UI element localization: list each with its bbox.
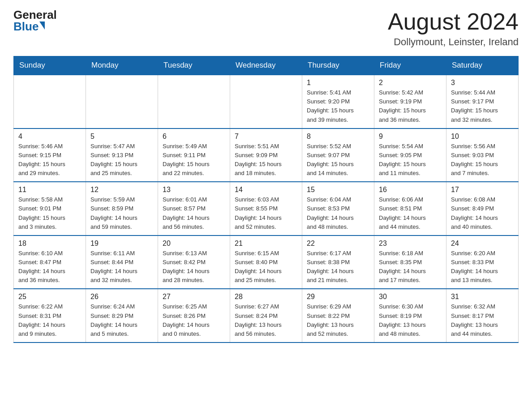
- day-number: 24: [451, 240, 514, 248]
- calendar-cell: 30Sunrise: 6:30 AM Sunset: 8:19 PM Dayli…: [374, 289, 446, 342]
- month-title: August 2024: [388, 9, 519, 34]
- calendar-cell: 5Sunrise: 5:47 AM Sunset: 9:13 PM Daylig…: [86, 128, 158, 182]
- calendar-cell: 8Sunrise: 5:52 AM Sunset: 9:07 PM Daylig…: [302, 128, 374, 182]
- calendar-week-row: 18Sunrise: 6:10 AM Sunset: 8:47 PM Dayli…: [14, 235, 519, 289]
- calendar-header-sunday: Sunday: [14, 56, 86, 75]
- calendar-week-row: 4Sunrise: 5:46 AM Sunset: 9:15 PM Daylig…: [14, 128, 519, 182]
- day-info: Sunrise: 5:49 AM Sunset: 9:11 PM Dayligh…: [163, 142, 225, 178]
- day-info: Sunrise: 6:25 AM Sunset: 8:26 PM Dayligh…: [163, 302, 225, 338]
- calendar-cell: 21Sunrise: 6:15 AM Sunset: 8:40 PM Dayli…: [230, 235, 302, 289]
- calendar-cell: [158, 75, 230, 128]
- day-number: 22: [307, 240, 369, 248]
- day-info: Sunrise: 6:17 AM Sunset: 8:38 PM Dayligh…: [307, 249, 369, 285]
- logo-triangle-icon: [39, 21, 45, 30]
- calendar-cell: 19Sunrise: 6:11 AM Sunset: 8:44 PM Dayli…: [86, 235, 158, 289]
- calendar-header-tuesday: Tuesday: [158, 56, 230, 75]
- calendar-cell: 9Sunrise: 5:54 AM Sunset: 9:05 PM Daylig…: [374, 128, 446, 182]
- day-number: 8: [307, 133, 369, 141]
- calendar-cell: 15Sunrise: 6:04 AM Sunset: 8:53 PM Dayli…: [302, 182, 374, 235]
- calendar-week-row: 1Sunrise: 5:41 AM Sunset: 9:20 PM Daylig…: [14, 75, 519, 128]
- calendar-header-saturday: Saturday: [446, 56, 519, 75]
- calendar-header-thursday: Thursday: [302, 56, 374, 75]
- title-block: August 2024 Dollymount, Leinster, Irelan…: [388, 9, 519, 48]
- calendar-cell: 12Sunrise: 5:59 AM Sunset: 8:59 PM Dayli…: [86, 182, 158, 235]
- calendar-cell: 24Sunrise: 6:20 AM Sunset: 8:33 PM Dayli…: [446, 235, 519, 289]
- day-number: 17: [451, 186, 514, 194]
- calendar-cell: 11Sunrise: 5:58 AM Sunset: 9:01 PM Dayli…: [14, 182, 86, 235]
- calendar-cell: 4Sunrise: 5:46 AM Sunset: 9:15 PM Daylig…: [14, 128, 86, 182]
- day-number: 2: [379, 79, 442, 87]
- day-info: Sunrise: 5:41 AM Sunset: 9:20 PM Dayligh…: [307, 88, 369, 124]
- day-number: 15: [307, 186, 369, 194]
- day-info: Sunrise: 6:06 AM Sunset: 8:51 PM Dayligh…: [379, 195, 442, 231]
- calendar-cell: 16Sunrise: 6:06 AM Sunset: 8:51 PM Dayli…: [374, 182, 446, 235]
- calendar-cell: 6Sunrise: 5:49 AM Sunset: 9:11 PM Daylig…: [158, 128, 230, 182]
- day-info: Sunrise: 6:01 AM Sunset: 8:57 PM Dayligh…: [163, 195, 225, 231]
- day-number: 27: [163, 293, 225, 301]
- day-info: Sunrise: 5:47 AM Sunset: 9:13 PM Dayligh…: [90, 142, 153, 178]
- calendar-header-wednesday: Wednesday: [230, 56, 302, 75]
- calendar-cell: 3Sunrise: 5:44 AM Sunset: 9:17 PM Daylig…: [446, 75, 519, 128]
- calendar-cell: 23Sunrise: 6:18 AM Sunset: 8:35 PM Dayli…: [374, 235, 446, 289]
- day-info: Sunrise: 6:03 AM Sunset: 8:55 PM Dayligh…: [235, 195, 297, 231]
- calendar-week-row: 25Sunrise: 6:22 AM Sunset: 8:31 PM Dayli…: [14, 289, 519, 342]
- calendar-week-row: 11Sunrise: 5:58 AM Sunset: 9:01 PM Dayli…: [14, 182, 519, 235]
- day-number: 6: [163, 133, 225, 141]
- day-number: 23: [379, 240, 442, 248]
- day-number: 13: [163, 186, 225, 194]
- calendar-cell: 20Sunrise: 6:13 AM Sunset: 8:42 PM Dayli…: [158, 235, 230, 289]
- day-number: 25: [18, 293, 81, 301]
- day-info: Sunrise: 6:04 AM Sunset: 8:53 PM Dayligh…: [307, 195, 369, 231]
- day-info: Sunrise: 5:58 AM Sunset: 9:01 PM Dayligh…: [18, 195, 81, 231]
- day-info: Sunrise: 5:54 AM Sunset: 9:05 PM Dayligh…: [379, 142, 442, 178]
- logo: General Blue: [13, 9, 57, 32]
- day-number: 4: [18, 133, 81, 141]
- day-number: 20: [163, 240, 225, 248]
- calendar-cell: 10Sunrise: 5:56 AM Sunset: 9:03 PM Dayli…: [446, 128, 519, 182]
- day-info: Sunrise: 6:10 AM Sunset: 8:47 PM Dayligh…: [18, 249, 81, 285]
- day-number: 30: [379, 293, 442, 301]
- day-number: 11: [18, 186, 81, 194]
- day-number: 12: [90, 186, 153, 194]
- day-info: Sunrise: 6:27 AM Sunset: 8:24 PM Dayligh…: [235, 302, 297, 338]
- location-label: Dollymount, Leinster, Ireland: [388, 36, 519, 48]
- calendar-cell: [14, 75, 86, 128]
- day-info: Sunrise: 6:08 AM Sunset: 8:49 PM Dayligh…: [451, 195, 514, 231]
- day-info: Sunrise: 6:20 AM Sunset: 8:33 PM Dayligh…: [451, 249, 514, 285]
- page-header: General Blue August 2024 Dollymount, Lei…: [13, 9, 519, 48]
- day-info: Sunrise: 6:32 AM Sunset: 8:17 PM Dayligh…: [451, 302, 514, 338]
- day-info: Sunrise: 6:11 AM Sunset: 8:44 PM Dayligh…: [90, 249, 153, 285]
- day-info: Sunrise: 6:18 AM Sunset: 8:35 PM Dayligh…: [379, 249, 442, 285]
- day-info: Sunrise: 6:15 AM Sunset: 8:40 PM Dayligh…: [235, 249, 297, 285]
- day-info: Sunrise: 5:59 AM Sunset: 8:59 PM Dayligh…: [90, 195, 153, 231]
- calendar-table: SundayMondayTuesdayWednesdayThursdayFrid…: [13, 56, 519, 343]
- day-number: 14: [235, 186, 297, 194]
- calendar-cell: [230, 75, 302, 128]
- day-number: 1: [307, 79, 369, 87]
- calendar-cell: 29Sunrise: 6:29 AM Sunset: 8:22 PM Dayli…: [302, 289, 374, 342]
- calendar-cell: 7Sunrise: 5:51 AM Sunset: 9:09 PM Daylig…: [230, 128, 302, 182]
- day-info: Sunrise: 5:56 AM Sunset: 9:03 PM Dayligh…: [451, 142, 514, 178]
- day-number: 19: [90, 240, 153, 248]
- day-number: 29: [307, 293, 369, 301]
- calendar-cell: 27Sunrise: 6:25 AM Sunset: 8:26 PM Dayli…: [158, 289, 230, 342]
- calendar-header-row: SundayMondayTuesdayWednesdayThursdayFrid…: [14, 56, 519, 75]
- calendar-cell: 13Sunrise: 6:01 AM Sunset: 8:57 PM Dayli…: [158, 182, 230, 235]
- day-info: Sunrise: 5:46 AM Sunset: 9:15 PM Dayligh…: [18, 142, 81, 178]
- day-number: 21: [235, 240, 297, 248]
- calendar-cell: 18Sunrise: 6:10 AM Sunset: 8:47 PM Dayli…: [14, 235, 86, 289]
- day-number: 16: [379, 186, 442, 194]
- calendar-cell: [86, 75, 158, 128]
- calendar-cell: 25Sunrise: 6:22 AM Sunset: 8:31 PM Dayli…: [14, 289, 86, 342]
- calendar-cell: 28Sunrise: 6:27 AM Sunset: 8:24 PM Dayli…: [230, 289, 302, 342]
- calendar-cell: 1Sunrise: 5:41 AM Sunset: 9:20 PM Daylig…: [302, 75, 374, 128]
- day-number: 3: [451, 79, 514, 87]
- day-number: 26: [90, 293, 153, 301]
- logo-blue-text: Blue: [13, 21, 45, 32]
- calendar-cell: 17Sunrise: 6:08 AM Sunset: 8:49 PM Dayli…: [446, 182, 519, 235]
- day-info: Sunrise: 5:51 AM Sunset: 9:09 PM Dayligh…: [235, 142, 297, 178]
- day-info: Sunrise: 6:13 AM Sunset: 8:42 PM Dayligh…: [163, 249, 225, 285]
- day-info: Sunrise: 5:44 AM Sunset: 9:17 PM Dayligh…: [451, 88, 514, 124]
- calendar-header-friday: Friday: [374, 56, 446, 75]
- day-info: Sunrise: 6:24 AM Sunset: 8:29 PM Dayligh…: [90, 302, 153, 338]
